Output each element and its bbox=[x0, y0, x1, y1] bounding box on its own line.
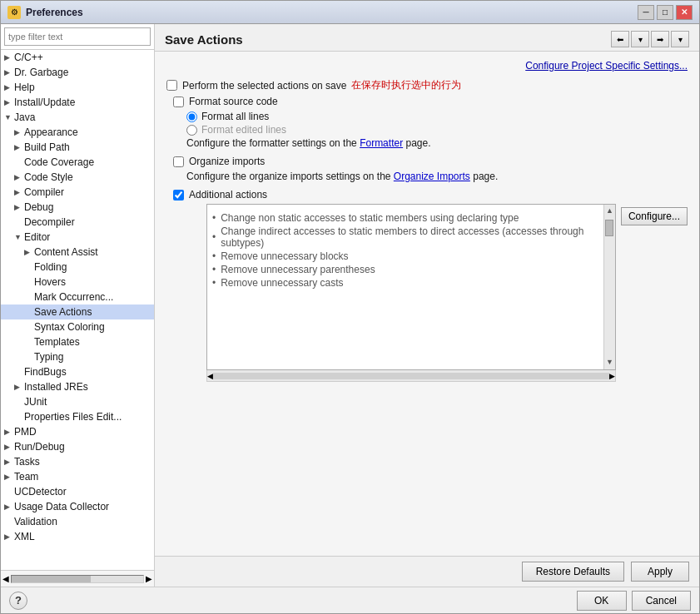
format-source-checkbox[interactable] bbox=[173, 97, 184, 107]
restore-defaults-button[interactable]: Restore Defaults bbox=[522, 562, 624, 582]
filter-box bbox=[1, 24, 154, 50]
sidebar-item-debug[interactable]: ▶ Debug bbox=[1, 200, 154, 215]
organize-link[interactable]: Organize Imports bbox=[394, 171, 470, 182]
back-dropdown-button[interactable]: ▾ bbox=[631, 31, 649, 47]
window-controls: ─ □ ✕ bbox=[638, 5, 693, 20]
sidebar-item-java[interactable]: ▼ Java bbox=[1, 110, 154, 125]
configure-btn-area: Configure... bbox=[621, 204, 688, 225]
sidebar-item-label: Templates bbox=[34, 336, 80, 348]
format-editedlines-row: Format edited lines bbox=[186, 124, 688, 136]
sidebar-item-validation[interactable]: Validation bbox=[1, 514, 154, 529]
configure-button[interactable]: Configure... bbox=[621, 207, 688, 225]
apply-button[interactable]: Apply bbox=[631, 562, 689, 582]
sidebar-item-markoccurrences[interactable]: Mark Occurrenc... bbox=[1, 290, 154, 305]
sidebar-item-propertiesfiles[interactable]: Properties Files Edit... bbox=[1, 409, 154, 424]
sidebar-item-pmd[interactable]: ▶ PMD bbox=[1, 424, 154, 439]
scroll-down-arrow[interactable]: ▼ bbox=[604, 356, 615, 368]
sidebar-item-label: Mark Occurrenc... bbox=[34, 291, 113, 303]
hscroll-bar[interactable]: ◀ ▶ bbox=[206, 370, 616, 382]
sidebar-item-contentassist[interactable]: ▶ Content Assist bbox=[1, 245, 154, 260]
sidebar-item-usagedatacollector[interactable]: ▶ Usage Data Collector bbox=[1, 499, 154, 514]
configure-project-link[interactable]: Configure Project Specific Settings... bbox=[525, 60, 688, 72]
sidebar-item-codestyle[interactable]: ▶ Code Style bbox=[1, 170, 154, 185]
expand-arrow bbox=[14, 218, 24, 226]
sidebar-item-tasks[interactable]: ▶ Tasks bbox=[1, 454, 154, 469]
sidebar-item-label: Install/Update bbox=[14, 97, 75, 108]
cancel-button[interactable]: Cancel bbox=[632, 591, 691, 611]
main-panel: Save Actions ⬅ ▾ ➡ ▾ Configure Project S… bbox=[155, 24, 699, 587]
sidebar-hscroll[interactable]: ◀ ▶ bbox=[1, 570, 154, 587]
expand-arrow bbox=[24, 338, 34, 346]
sidebar-item-syntaxcoloring[interactable]: Syntax Coloring bbox=[1, 319, 154, 334]
sidebar-item-rundebug[interactable]: ▶ Run/Debug bbox=[1, 439, 154, 454]
expand-arrow bbox=[24, 323, 34, 331]
vscroll-bar[interactable]: ▲ ▼ bbox=[603, 205, 615, 369]
organize-note2-text: page. bbox=[473, 171, 498, 182]
sidebar-item-label: Code Style bbox=[24, 171, 73, 183]
window-title: Preferences bbox=[26, 7, 638, 18]
sidebar-item-installupdates[interactable]: ▶ Install/Update bbox=[1, 95, 154, 110]
forward-button[interactable]: ➡ bbox=[651, 31, 669, 47]
hscroll-left[interactable]: ◀ bbox=[207, 372, 213, 380]
expand-arrow bbox=[24, 353, 34, 361]
sidebar-item-junit[interactable]: JUnit bbox=[1, 394, 154, 409]
sidebar-item-typing[interactable]: Typing bbox=[1, 349, 154, 364]
format-alllines-row: Format all lines bbox=[186, 111, 688, 122]
expand-arrow: ▶ bbox=[14, 173, 24, 181]
sidebar-item-templates[interactable]: Templates bbox=[1, 334, 154, 349]
ok-button[interactable]: OK bbox=[577, 591, 627, 611]
sidebar-item-label: Save Actions bbox=[34, 306, 92, 318]
sidebar-item-appearance[interactable]: ▶ Appearance bbox=[1, 125, 154, 140]
expand-arrow: ▶ bbox=[4, 532, 14, 541]
content-area: ▶ C/C++ ▶ Dr. Garbage ▶ Help ▶ Install/U… bbox=[1, 24, 699, 587]
format-editedlines-radio[interactable] bbox=[186, 125, 197, 136]
help-button[interactable]: ? bbox=[9, 592, 27, 610]
scroll-up-arrow[interactable]: ▲ bbox=[604, 205, 615, 216]
window-icon: ⚙ bbox=[7, 6, 21, 19]
expand-arrow: ▶ bbox=[4, 458, 14, 466]
list-item: Remove unnecessary blocks bbox=[212, 250, 610, 263]
expand-arrow bbox=[24, 278, 34, 286]
minimize-button[interactable]: ─ bbox=[638, 5, 654, 20]
expand-arrow bbox=[24, 293, 34, 301]
maximize-button[interactable]: □ bbox=[657, 5, 673, 20]
sidebar-item-ucdetector[interactable]: UCDetector bbox=[1, 484, 154, 499]
formatter-note2-text: page. bbox=[405, 137, 430, 149]
sidebar-item-decompiler[interactable]: Decompiler bbox=[1, 215, 154, 230]
sidebar-item-buildpath[interactable]: ▶ Build Path bbox=[1, 140, 154, 155]
sidebar-item-findbugs[interactable]: FindBugs bbox=[1, 364, 154, 379]
sidebar-item-codecoverage[interactable]: Code Coverage bbox=[1, 155, 154, 170]
filter-input[interactable] bbox=[4, 27, 151, 46]
sidebar-item-editor[interactable]: ▼ Editor bbox=[1, 230, 154, 245]
sidebar-item-installedjres[interactable]: ▶ Installed JREs bbox=[1, 379, 154, 394]
sidebar-item-team[interactable]: ▶ Team bbox=[1, 469, 154, 484]
expand-arrow: ▶ bbox=[4, 503, 14, 511]
scroll-right-btn[interactable]: ▶ bbox=[146, 574, 152, 583]
action-bar: Restore Defaults Apply bbox=[155, 556, 699, 587]
sidebar-item-cpp[interactable]: ▶ C/C++ bbox=[1, 50, 154, 65]
format-source-row: Format source code bbox=[173, 96, 688, 107]
formatter-link[interactable]: Formatter bbox=[360, 137, 403, 149]
organize-imports-checkbox[interactable] bbox=[173, 156, 184, 167]
sidebar-item-saveactions[interactable]: Save Actions bbox=[1, 305, 154, 319]
sidebar-item-help[interactable]: ▶ Help bbox=[1, 80, 154, 95]
sidebar-item-compiler[interactable]: ▶ Compiler bbox=[1, 185, 154, 200]
sidebar-item-label: Content Assist bbox=[34, 246, 98, 258]
hscroll-track[interactable] bbox=[11, 575, 144, 583]
format-alllines-radio[interactable] bbox=[186, 111, 197, 122]
tree-area: ▶ C/C++ ▶ Dr. Garbage ▶ Help ▶ Install/U… bbox=[1, 50, 154, 570]
scroll-left-btn[interactable]: ◀ bbox=[2, 574, 9, 583]
sidebar-item-label: Help bbox=[14, 82, 35, 93]
sidebar-item-drgarbage[interactable]: ▶ Dr. Garbage bbox=[1, 65, 154, 80]
additional-actions-checkbox[interactable] bbox=[173, 190, 184, 201]
sidebar-item-label: Hovers bbox=[34, 276, 66, 288]
forward-dropdown-button[interactable]: ▾ bbox=[671, 31, 689, 47]
expand-arrow: ▶ bbox=[4, 443, 14, 451]
close-button[interactable]: ✕ bbox=[676, 5, 693, 20]
back-button[interactable]: ⬅ bbox=[611, 31, 629, 47]
hscroll-right[interactable]: ▶ bbox=[609, 372, 615, 380]
sidebar-item-hovers[interactable]: Hovers bbox=[1, 275, 154, 290]
sidebar-item-folding[interactable]: Folding bbox=[1, 260, 154, 275]
perform-actions-checkbox[interactable] bbox=[166, 80, 177, 91]
sidebar-item-xml[interactable]: ▶ XML bbox=[1, 529, 154, 544]
